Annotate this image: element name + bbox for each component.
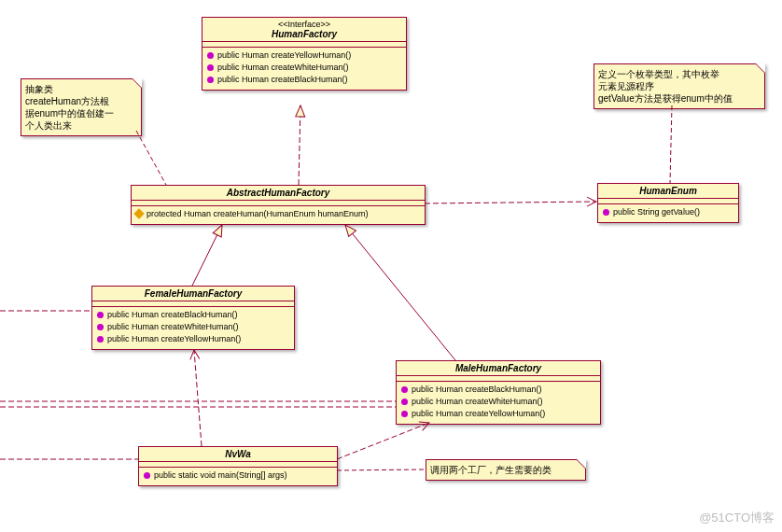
operation: public Human createYellowHuman() [96, 333, 290, 345]
abstract-factory-box: AbstractHumanFactory protected Human cre… [131, 185, 426, 225]
human-enum-ops: public String getValue() [598, 204, 738, 222]
male-factory-box: MaleHumanFactory public Human createBlac… [396, 360, 601, 425]
interface-stereotype: <<Interface>> [206, 20, 402, 29]
note-text: 定义一个枚举类型，其中枚举 元素见源程序 getValue方法是获得enum中的… [598, 69, 733, 104]
interface-box: <<Interface>> HumanFactory public Human … [202, 17, 407, 91]
public-icon [400, 410, 409, 418]
female-factory-header: FemaleHumanFactory [92, 287, 294, 301]
male-factory-header: MaleHumanFactory [397, 361, 600, 376]
op-text: public static void main(String[] args) [154, 469, 287, 482]
op-text: public String getValue() [613, 206, 700, 218]
human-enum-box: HumanEnum public String getValue() [597, 183, 739, 223]
note-enum: 定义一个枚举类型，其中枚举 元素见源程序 getValue方法是获得enum中的… [593, 63, 765, 109]
operation: public Human createBlackHuman() [206, 74, 402, 86]
op-text: public Human createWhiteHuman() [217, 62, 349, 74]
op-text: public Human createYellowHuman() [107, 333, 241, 345]
op-text: public Human createBlackHuman() [107, 309, 238, 321]
note-text: 抽象类 createHuman方法根 据enum中的值创建一 个人类出来 [25, 84, 114, 131]
operation: public Human createWhiteHuman() [206, 62, 402, 74]
note-abstract: 抽象类 createHuman方法根 据enum中的值创建一 个人类出来 [21, 78, 142, 136]
note-anchor [136, 131, 166, 185]
female-factory-ops: public Human createBlackHuman() public H… [92, 307, 294, 349]
operation: protected Human createHuman(HumanEnum hu… [135, 208, 421, 220]
interface-header: <<Interface>> HumanFactory [202, 18, 406, 42]
operation: public String getValue() [602, 206, 734, 218]
op-text: public Human createWhiteHuman() [412, 396, 543, 408]
public-icon [143, 471, 151, 480]
generalization-line [192, 225, 222, 286]
operation: public Human createWhiteHuman() [96, 321, 290, 333]
abstract-factory-ops: protected Human createHuman(HumanEnum hu… [132, 206, 425, 224]
dependency-line [425, 202, 596, 203]
operation: public Human createWhiteHuman() [400, 396, 596, 408]
note-anchor [337, 469, 426, 470]
generalization-line [345, 225, 455, 360]
watermark: @51CTO博客 [699, 510, 775, 526]
op-text: public Human createBlackHuman() [217, 74, 348, 86]
note-text: 调用两个工厂，产生需要的类 [430, 465, 552, 475]
operation: public Human createYellowHuman() [400, 408, 596, 420]
note-nvwa: 调用两个工厂，产生需要的类 [426, 459, 586, 481]
public-icon [206, 63, 215, 72]
human-enum-header: HumanEnum [598, 184, 738, 199]
operation: public static void main(String[] args) [143, 469, 333, 482]
operation: public Human createBlackHuman() [400, 384, 596, 396]
operation: public Human createBlackHuman() [96, 309, 290, 321]
class-name: AbstractHumanFactory [227, 188, 330, 198]
interface-ops: public Human createYellowHuman() public … [202, 48, 406, 90]
op-text: public Human createYellowHuman() [217, 49, 351, 62]
protected-icon [135, 210, 144, 218]
interface-name: HumanFactory [272, 29, 337, 39]
public-icon [96, 335, 105, 343]
nvwa-box: NvWa public static void main(String[] ar… [138, 446, 338, 486]
public-icon [206, 51, 215, 60]
class-name: MaleHumanFactory [455, 363, 541, 373]
female-factory-box: FemaleHumanFactory public Human createBl… [91, 286, 295, 350]
class-name: HumanEnum [639, 186, 697, 196]
op-text: public Human createWhiteHuman() [107, 321, 239, 333]
op-text: protected Human createHuman(HumanEnum hu… [147, 208, 369, 220]
public-icon [96, 323, 105, 331]
public-icon [206, 76, 215, 84]
public-icon [400, 385, 409, 394]
public-icon [96, 311, 105, 319]
abstract-factory-header: AbstractHumanFactory [132, 186, 425, 201]
public-icon [400, 398, 409, 406]
nvwa-ops: public static void main(String[] args) [139, 468, 337, 485]
realization-line [299, 105, 300, 185]
op-text: public Human createYellowHuman() [412, 408, 545, 420]
note-anchor [670, 105, 672, 183]
dependency-line [194, 350, 202, 446]
operation: public Human createYellowHuman() [206, 49, 402, 62]
class-name: FemaleHumanFactory [145, 288, 242, 299]
op-text: public Human createBlackHuman() [412, 384, 542, 396]
public-icon [602, 208, 610, 217]
dependency-line [337, 423, 429, 459]
male-factory-ops: public Human createBlackHuman() public H… [397, 382, 600, 424]
nvwa-header: NvWa [139, 447, 337, 462]
class-name: NvWa [225, 449, 251, 459]
